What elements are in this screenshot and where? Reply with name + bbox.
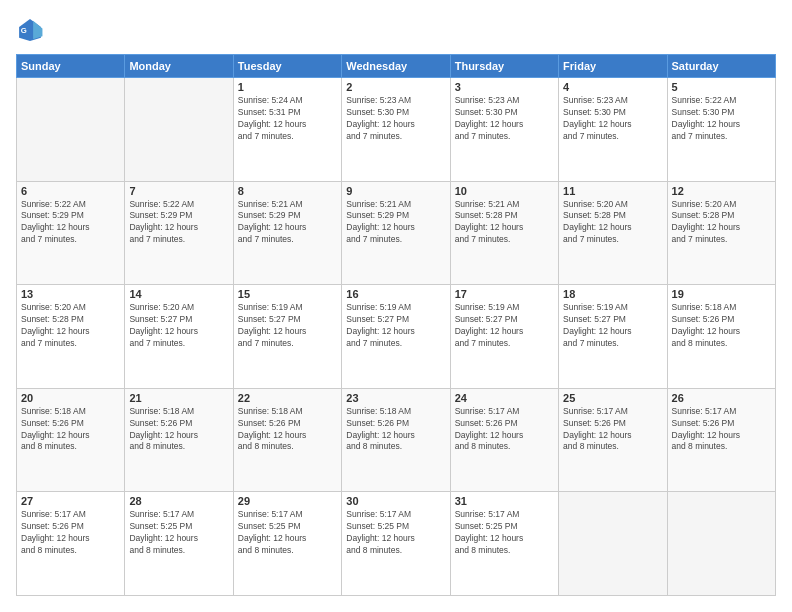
day-info: Sunrise: 5:20 AM Sunset: 5:28 PM Dayligh… [563,199,662,247]
day-number: 19 [672,288,771,300]
weekday-header-wednesday: Wednesday [342,55,450,78]
day-info: Sunrise: 5:22 AM Sunset: 5:29 PM Dayligh… [129,199,228,247]
calendar-cell [667,492,775,596]
logo-icon: G [16,16,44,44]
day-info: Sunrise: 5:20 AM Sunset: 5:27 PM Dayligh… [129,302,228,350]
day-number: 11 [563,185,662,197]
day-info: Sunrise: 5:17 AM Sunset: 5:25 PM Dayligh… [238,509,337,557]
weekday-header-thursday: Thursday [450,55,558,78]
day-info: Sunrise: 5:17 AM Sunset: 5:25 PM Dayligh… [129,509,228,557]
day-number: 22 [238,392,337,404]
calendar-cell: 14Sunrise: 5:20 AM Sunset: 5:27 PM Dayli… [125,285,233,389]
calendar-cell: 9Sunrise: 5:21 AM Sunset: 5:29 PM Daylig… [342,181,450,285]
day-info: Sunrise: 5:23 AM Sunset: 5:30 PM Dayligh… [563,95,662,143]
calendar-cell: 18Sunrise: 5:19 AM Sunset: 5:27 PM Dayli… [559,285,667,389]
day-number: 30 [346,495,445,507]
calendar-cell: 5Sunrise: 5:22 AM Sunset: 5:30 PM Daylig… [667,78,775,182]
day-number: 17 [455,288,554,300]
weekday-header-tuesday: Tuesday [233,55,341,78]
day-number: 26 [672,392,771,404]
logo: G [16,16,48,44]
day-number: 15 [238,288,337,300]
day-info: Sunrise: 5:23 AM Sunset: 5:30 PM Dayligh… [346,95,445,143]
calendar-cell: 10Sunrise: 5:21 AM Sunset: 5:28 PM Dayli… [450,181,558,285]
day-number: 3 [455,81,554,93]
calendar-cell: 30Sunrise: 5:17 AM Sunset: 5:25 PM Dayli… [342,492,450,596]
calendar: SundayMondayTuesdayWednesdayThursdayFrid… [16,54,776,596]
day-number: 18 [563,288,662,300]
calendar-cell: 22Sunrise: 5:18 AM Sunset: 5:26 PM Dayli… [233,388,341,492]
day-info: Sunrise: 5:23 AM Sunset: 5:30 PM Dayligh… [455,95,554,143]
calendar-cell: 17Sunrise: 5:19 AM Sunset: 5:27 PM Dayli… [450,285,558,389]
svg-text:G: G [21,26,27,35]
day-number: 25 [563,392,662,404]
day-info: Sunrise: 5:19 AM Sunset: 5:27 PM Dayligh… [238,302,337,350]
weekday-header-row: SundayMondayTuesdayWednesdayThursdayFrid… [17,55,776,78]
calendar-cell: 15Sunrise: 5:19 AM Sunset: 5:27 PM Dayli… [233,285,341,389]
calendar-cell: 1Sunrise: 5:24 AM Sunset: 5:31 PM Daylig… [233,78,341,182]
page: G SundayMondayTuesdayWednesdayThursdayFr… [0,0,792,612]
calendar-cell: 11Sunrise: 5:20 AM Sunset: 5:28 PM Dayli… [559,181,667,285]
calendar-cell: 16Sunrise: 5:19 AM Sunset: 5:27 PM Dayli… [342,285,450,389]
day-info: Sunrise: 5:22 AM Sunset: 5:29 PM Dayligh… [21,199,120,247]
calendar-cell: 27Sunrise: 5:17 AM Sunset: 5:26 PM Dayli… [17,492,125,596]
day-number: 14 [129,288,228,300]
week-row-0: 1Sunrise: 5:24 AM Sunset: 5:31 PM Daylig… [17,78,776,182]
day-number: 31 [455,495,554,507]
calendar-cell: 24Sunrise: 5:17 AM Sunset: 5:26 PM Dayli… [450,388,558,492]
day-info: Sunrise: 5:20 AM Sunset: 5:28 PM Dayligh… [21,302,120,350]
day-number: 7 [129,185,228,197]
calendar-cell [559,492,667,596]
calendar-cell: 8Sunrise: 5:21 AM Sunset: 5:29 PM Daylig… [233,181,341,285]
calendar-cell: 2Sunrise: 5:23 AM Sunset: 5:30 PM Daylig… [342,78,450,182]
day-number: 20 [21,392,120,404]
day-info: Sunrise: 5:21 AM Sunset: 5:28 PM Dayligh… [455,199,554,247]
day-info: Sunrise: 5:18 AM Sunset: 5:26 PM Dayligh… [346,406,445,454]
day-info: Sunrise: 5:21 AM Sunset: 5:29 PM Dayligh… [346,199,445,247]
calendar-cell: 29Sunrise: 5:17 AM Sunset: 5:25 PM Dayli… [233,492,341,596]
day-number: 6 [21,185,120,197]
day-info: Sunrise: 5:17 AM Sunset: 5:26 PM Dayligh… [21,509,120,557]
day-info: Sunrise: 5:19 AM Sunset: 5:27 PM Dayligh… [563,302,662,350]
calendar-cell: 12Sunrise: 5:20 AM Sunset: 5:28 PM Dayli… [667,181,775,285]
calendar-cell [125,78,233,182]
calendar-cell: 25Sunrise: 5:17 AM Sunset: 5:26 PM Dayli… [559,388,667,492]
week-row-4: 27Sunrise: 5:17 AM Sunset: 5:26 PM Dayli… [17,492,776,596]
calendar-cell: 6Sunrise: 5:22 AM Sunset: 5:29 PM Daylig… [17,181,125,285]
day-number: 9 [346,185,445,197]
day-info: Sunrise: 5:19 AM Sunset: 5:27 PM Dayligh… [346,302,445,350]
svg-marker-1 [33,21,42,40]
calendar-cell: 31Sunrise: 5:17 AM Sunset: 5:25 PM Dayli… [450,492,558,596]
calendar-cell: 4Sunrise: 5:23 AM Sunset: 5:30 PM Daylig… [559,78,667,182]
day-info: Sunrise: 5:17 AM Sunset: 5:25 PM Dayligh… [346,509,445,557]
day-info: Sunrise: 5:17 AM Sunset: 5:26 PM Dayligh… [563,406,662,454]
day-info: Sunrise: 5:17 AM Sunset: 5:25 PM Dayligh… [455,509,554,557]
day-info: Sunrise: 5:17 AM Sunset: 5:26 PM Dayligh… [672,406,771,454]
day-number: 23 [346,392,445,404]
week-row-2: 13Sunrise: 5:20 AM Sunset: 5:28 PM Dayli… [17,285,776,389]
calendar-cell [17,78,125,182]
day-number: 21 [129,392,228,404]
calendar-cell: 23Sunrise: 5:18 AM Sunset: 5:26 PM Dayli… [342,388,450,492]
day-number: 10 [455,185,554,197]
day-number: 4 [563,81,662,93]
day-number: 1 [238,81,337,93]
day-number: 27 [21,495,120,507]
calendar-cell: 28Sunrise: 5:17 AM Sunset: 5:25 PM Dayli… [125,492,233,596]
day-info: Sunrise: 5:18 AM Sunset: 5:26 PM Dayligh… [21,406,120,454]
calendar-cell: 19Sunrise: 5:18 AM Sunset: 5:26 PM Dayli… [667,285,775,389]
day-number: 29 [238,495,337,507]
day-number: 2 [346,81,445,93]
weekday-header-monday: Monday [125,55,233,78]
day-number: 12 [672,185,771,197]
week-row-1: 6Sunrise: 5:22 AM Sunset: 5:29 PM Daylig… [17,181,776,285]
calendar-cell: 3Sunrise: 5:23 AM Sunset: 5:30 PM Daylig… [450,78,558,182]
header: G [16,16,776,44]
week-row-3: 20Sunrise: 5:18 AM Sunset: 5:26 PM Dayli… [17,388,776,492]
day-info: Sunrise: 5:17 AM Sunset: 5:26 PM Dayligh… [455,406,554,454]
day-number: 24 [455,392,554,404]
day-info: Sunrise: 5:21 AM Sunset: 5:29 PM Dayligh… [238,199,337,247]
calendar-cell: 21Sunrise: 5:18 AM Sunset: 5:26 PM Dayli… [125,388,233,492]
day-info: Sunrise: 5:20 AM Sunset: 5:28 PM Dayligh… [672,199,771,247]
day-number: 28 [129,495,228,507]
